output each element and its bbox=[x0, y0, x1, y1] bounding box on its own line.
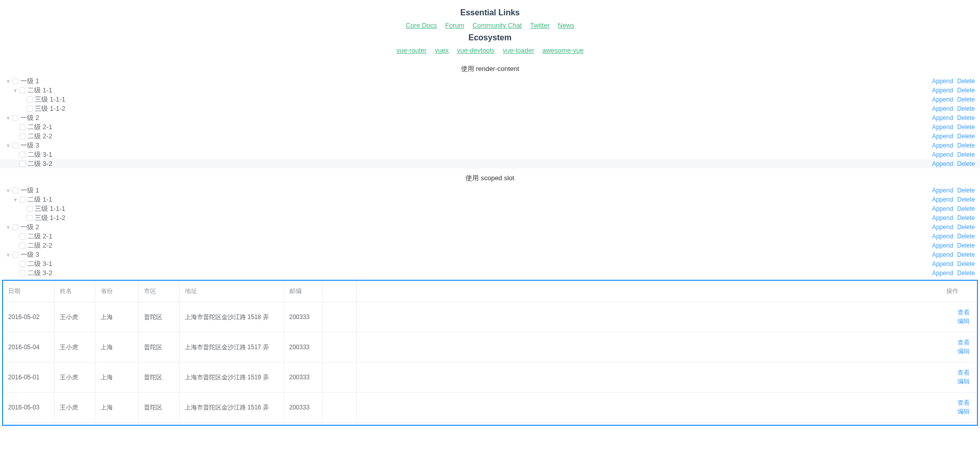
tree-node[interactable]: 三级 1-1-2AppendDelete bbox=[0, 213, 980, 223]
tree-node[interactable]: 二级 2-2AppendDelete bbox=[0, 132, 980, 141]
edit-button[interactable]: 编辑 bbox=[958, 348, 970, 355]
tree-checkbox[interactable] bbox=[12, 187, 18, 193]
append-button[interactable]: Append bbox=[932, 96, 953, 103]
tree-checkbox[interactable] bbox=[12, 252, 18, 258]
append-button[interactable]: Append bbox=[932, 251, 953, 258]
nav-link[interactable]: Twitter bbox=[530, 21, 549, 29]
nav-link[interactable]: vue-router bbox=[397, 46, 427, 54]
nav-link[interactable]: vuex bbox=[435, 46, 449, 54]
tree-node[interactable]: 二级 2-1AppendDelete bbox=[0, 232, 980, 241]
nav-link[interactable]: awesome-vue bbox=[542, 46, 583, 54]
tree-node[interactable]: ▼一级 3AppendDelete bbox=[0, 250, 980, 259]
caret-down-icon[interactable]: ▼ bbox=[5, 78, 11, 84]
delete-button[interactable]: Delete bbox=[957, 124, 975, 131]
delete-button[interactable]: Delete bbox=[957, 260, 975, 268]
nav-link[interactable]: Community Chat bbox=[473, 21, 522, 29]
tree-node[interactable]: 二级 3-2AppendDelete bbox=[0, 159, 980, 168]
tree-node[interactable]: 二级 3-1AppendDelete bbox=[0, 259, 980, 269]
append-button[interactable]: Append bbox=[932, 142, 953, 149]
append-button[interactable]: Append bbox=[932, 187, 953, 194]
caret-down-icon[interactable]: ▼ bbox=[5, 187, 11, 193]
view-button[interactable]: 查看 bbox=[958, 369, 970, 376]
append-button[interactable]: Append bbox=[932, 160, 953, 167]
delete-button[interactable]: Delete bbox=[957, 187, 975, 194]
caret-down-icon[interactable]: ▼ bbox=[5, 224, 11, 230]
caret-down-icon[interactable]: ▼ bbox=[5, 115, 11, 121]
tree-node[interactable]: ▼一级 2AppendDelete bbox=[0, 113, 980, 123]
tree-node[interactable]: 二级 3-2AppendDelete bbox=[0, 269, 980, 278]
edit-button[interactable]: 编辑 bbox=[958, 408, 970, 415]
tree-checkbox[interactable] bbox=[19, 242, 26, 249]
append-button[interactable]: Append bbox=[932, 78, 953, 85]
tree-checkbox[interactable] bbox=[19, 261, 26, 267]
view-button[interactable]: 查看 bbox=[958, 339, 970, 346]
delete-button[interactable]: Delete bbox=[957, 224, 975, 231]
tree-checkbox[interactable] bbox=[19, 87, 26, 93]
tree-checkbox[interactable] bbox=[27, 96, 33, 103]
append-button[interactable]: Append bbox=[932, 105, 953, 112]
tree-checkbox[interactable] bbox=[19, 197, 26, 203]
tree-checkbox[interactable] bbox=[19, 233, 26, 239]
edit-button[interactable]: 编辑 bbox=[958, 378, 970, 385]
append-button[interactable]: Append bbox=[932, 233, 953, 240]
tree-checkbox[interactable] bbox=[12, 224, 18, 230]
append-button[interactable]: Append bbox=[932, 151, 953, 158]
tree-node[interactable]: 二级 2-1AppendDelete bbox=[0, 123, 980, 132]
tree-checkbox[interactable] bbox=[19, 133, 26, 139]
delete-button[interactable]: Delete bbox=[957, 205, 975, 212]
nav-link[interactable]: vue-devtools bbox=[457, 46, 495, 54]
append-button[interactable]: Append bbox=[932, 87, 953, 94]
append-button[interactable]: Append bbox=[932, 214, 953, 222]
delete-button[interactable]: Delete bbox=[957, 105, 975, 112]
tree-checkbox[interactable] bbox=[19, 270, 26, 276]
delete-button[interactable]: Delete bbox=[957, 78, 975, 85]
tree-node[interactable]: ▼二级 1-1AppendDelete bbox=[0, 86, 980, 95]
delete-button[interactable]: Delete bbox=[957, 270, 975, 277]
delete-button[interactable]: Delete bbox=[957, 133, 975, 140]
tree-node[interactable]: 二级 3-1AppendDelete bbox=[0, 150, 980, 159]
delete-button[interactable]: Delete bbox=[957, 242, 975, 249]
tree-checkbox[interactable] bbox=[12, 115, 18, 121]
tree-checkbox[interactable] bbox=[19, 152, 26, 158]
tree-node[interactable]: ▼一级 1AppendDelete bbox=[0, 186, 980, 195]
tree-checkbox[interactable] bbox=[19, 124, 26, 130]
tree-checkbox[interactable] bbox=[12, 142, 18, 149]
nav-link[interactable]: Forum bbox=[445, 21, 464, 29]
append-button[interactable]: Append bbox=[932, 224, 953, 231]
tree-node[interactable]: ▼一级 3AppendDelete bbox=[0, 141, 980, 150]
tree-node[interactable]: ▼一级 2AppendDelete bbox=[0, 223, 980, 232]
append-button[interactable]: Append bbox=[932, 205, 953, 212]
tree-checkbox[interactable] bbox=[12, 78, 18, 84]
delete-button[interactable]: Delete bbox=[957, 233, 975, 240]
caret-down-icon[interactable]: ▼ bbox=[12, 197, 18, 203]
append-button[interactable]: Append bbox=[932, 114, 953, 122]
append-button[interactable]: Append bbox=[932, 242, 953, 249]
delete-button[interactable]: Delete bbox=[957, 87, 975, 94]
delete-button[interactable]: Delete bbox=[957, 96, 975, 103]
caret-down-icon[interactable]: ▼ bbox=[12, 87, 18, 93]
delete-button[interactable]: Delete bbox=[957, 251, 975, 258]
tree-checkbox[interactable] bbox=[27, 215, 33, 221]
tree-node[interactable]: 三级 1-1-1AppendDelete bbox=[0, 95, 980, 104]
nav-link[interactable]: News bbox=[558, 21, 575, 29]
caret-down-icon[interactable]: ▼ bbox=[5, 252, 11, 258]
append-button[interactable]: Append bbox=[932, 196, 953, 203]
append-button[interactable]: Append bbox=[932, 124, 953, 131]
delete-button[interactable]: Delete bbox=[957, 196, 975, 203]
tree-checkbox[interactable] bbox=[27, 206, 33, 212]
delete-button[interactable]: Delete bbox=[957, 160, 975, 167]
append-button[interactable]: Append bbox=[932, 133, 953, 140]
tree-node[interactable]: 三级 1-1-1AppendDelete bbox=[0, 204, 980, 213]
nav-link[interactable]: Core Docs bbox=[406, 21, 437, 29]
tree-checkbox[interactable] bbox=[27, 106, 33, 112]
append-button[interactable]: Append bbox=[932, 260, 953, 268]
append-button[interactable]: Append bbox=[932, 270, 953, 277]
tree-checkbox[interactable] bbox=[19, 161, 26, 167]
tree-node[interactable]: 二级 2-2AppendDelete bbox=[0, 241, 980, 250]
edit-button[interactable]: 编辑 bbox=[958, 318, 970, 325]
delete-button[interactable]: Delete bbox=[957, 214, 975, 222]
delete-button[interactable]: Delete bbox=[957, 114, 975, 122]
nav-link[interactable]: vue-loader bbox=[503, 46, 534, 54]
delete-button[interactable]: Delete bbox=[957, 151, 975, 158]
caret-down-icon[interactable]: ▼ bbox=[5, 142, 11, 149]
